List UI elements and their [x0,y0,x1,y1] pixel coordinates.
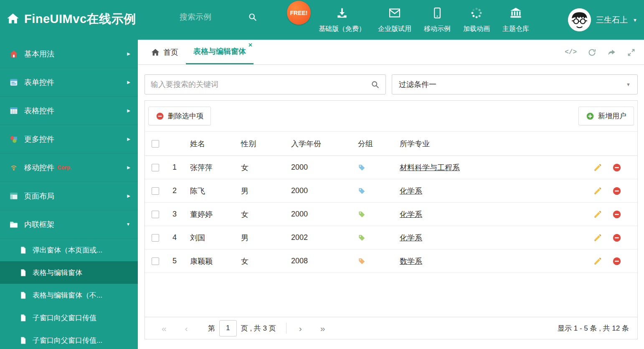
cell-gender: 女 [238,203,288,226]
user-menu[interactable]: 三生石上 ▼ [568,0,637,40]
edit-icon[interactable] [593,163,602,172]
edit-icon[interactable] [593,233,602,242]
tab-grid-edit-window[interactable]: 表格与编辑窗体 × [186,40,254,64]
table-row: 5 康颖颖 女 2008 数学系 [145,250,637,273]
main-content: 首页 表格与编辑窗体 × </> [138,40,644,349]
search-icon[interactable] [371,80,380,89]
nav-item-basic-free[interactable]: 基础版（免费） [312,0,372,40]
sidebar-item-label: 表单控件 [24,77,54,87]
button-label: 新增用户 [598,111,626,121]
keyword-search-input[interactable] [151,80,371,89]
nav-item-loading-anim[interactable]: 加载动画 [457,0,496,40]
major-link[interactable]: 材料科学与工程系 [400,163,460,173]
sidebar-item-iframe[interactable]: 内联框架 ▼ [0,210,138,239]
major-link[interactable]: 化学系 [400,209,422,219]
filter-dropdown-value: 过滤条件一 [399,79,436,89]
cell-year: 2000 [288,156,355,179]
sidebar-subitem-label: 子窗口向父窗口传值... [33,336,102,345]
share-icon[interactable] [607,48,616,57]
nav-label: 主题仓库 [502,25,529,33]
sidebar-subitem-label: 表格与编辑窗体（不... [33,290,102,300]
fullscreen-icon[interactable] [627,48,636,57]
sidebar-subitem-grid-edit-window[interactable]: 表格与编辑窗体 [0,261,138,284]
prev-page-icon[interactable]: ‹ [185,324,188,333]
close-icon[interactable]: × [248,42,252,48]
grid-empty-area [145,273,637,317]
envelope-icon [388,7,401,21]
last-page-icon[interactable]: » [320,324,325,333]
edit-icon[interactable] [593,186,602,196]
sidebar-item-grid-controls[interactable]: 表格控件 ▶ [0,97,138,125]
tab-label: 首页 [163,47,178,57]
nav-item-theme-repo[interactable]: 主题仓库 [496,0,535,40]
app-window: FineUIMvc在线示例 FREE! 基础版（免费） 企业版试用 [0,0,644,349]
edit-icon[interactable] [593,257,602,266]
top-search [180,13,257,22]
pagination-bar: « ‹ 第 页 , 共 3 页 › » 显示 1 - 5 条 , 共 12 条 [145,317,637,339]
bank-icon [510,7,522,21]
cell-name: 董婷婷 [187,203,238,226]
page-icon [19,291,27,299]
delete-row-icon[interactable] [612,233,621,242]
add-user-button[interactable]: 新增用户 [578,107,634,125]
major-link[interactable]: 数学系 [400,256,422,266]
top-nav: 基础版（免费） 企业版试用 移动示例 加载动画 [312,0,535,40]
filter-dropdown[interactable]: 过滤条件一 ▼ [392,74,638,94]
select-all-checkbox[interactable] [152,140,159,148]
page-icon [19,336,27,344]
sidebar-item-page-layout[interactable]: 页面布局 ▶ [0,182,138,210]
brand[interactable]: FineUIMvc在线示例 [7,11,136,28]
widgets-icon [9,135,18,144]
top-search-input[interactable] [180,13,242,22]
refresh-icon[interactable] [588,48,596,57]
sidebar-subitem-child-to-parent-2[interactable]: 子窗口向父窗口传值... [0,329,138,349]
top-header: FineUIMvc在线示例 FREE! 基础版（免费） 企业版试用 [0,0,644,40]
nav-item-enterprise-trial[interactable]: 企业版试用 [372,0,418,40]
delete-row-icon[interactable] [612,186,621,196]
table-icon [9,106,18,115]
view-source-icon[interactable]: </> [565,48,577,56]
major-link[interactable]: 化学系 [400,186,422,196]
delete-row-icon[interactable] [612,210,621,219]
first-page-icon[interactable]: « [162,324,167,333]
delete-selected-button[interactable]: 删除选中项 [148,107,211,125]
tab-home[interactable]: 首页 [144,40,186,64]
row-checkbox[interactable] [152,164,159,171]
sidebar-subitem-label: 表格与编辑窗体 [33,268,82,278]
edit-icon[interactable] [593,210,602,219]
spinner-icon [470,7,483,21]
sidebar-item-label: 更多控件 [24,134,54,144]
row-checkbox[interactable] [152,257,159,265]
sidebar-item-mobile-controls[interactable]: 移动控件 Corp. ▶ [0,153,138,182]
nav-label: 企业版试用 [378,25,411,33]
sidebar-subitem-grid-edit-window-2[interactable]: 表格与编辑窗体（不... [0,284,138,306]
row-checkbox[interactable] [152,234,159,242]
sidebar-item-form-controls[interactable]: 表单控件 ▶ [0,68,138,97]
plus-circle-icon [586,112,594,120]
sidebar-subitem-child-to-parent[interactable]: 子窗口向父窗口传值 [0,306,138,329]
nav-label: 移动示例 [424,25,451,33]
chevron-right-icon: ▶ [127,108,130,113]
sidebar-item-more-controls[interactable]: 更多控件 ▶ [0,125,138,153]
chevron-right-icon: ▶ [127,165,130,170]
nav-item-mobile-demo[interactable]: 移动示例 [418,0,457,40]
delete-row-icon[interactable] [612,257,621,266]
sidebar-subitem-popup-window[interactable]: 弹出窗体（本页面或... [0,239,138,261]
header-year: 入学年份 [288,132,355,155]
tag-icon [358,210,366,218]
sidebar-item-basic-usage[interactable]: 基本用法 ▶ [0,40,138,68]
row-checkbox[interactable] [152,211,159,218]
avatar [568,8,591,31]
grid-toolbar: 删除选中项 新增用户 [145,101,637,132]
row-checkbox[interactable] [152,187,159,195]
table-row: 3 董婷婷 女 2000 化学系 [145,203,637,226]
sidebar-item-label: 内联框架 [24,219,54,229]
delete-row-icon[interactable] [612,163,621,172]
download-icon [336,7,348,21]
chevron-right-icon: ▶ [127,137,130,141]
page-number-input[interactable] [219,320,237,336]
next-page-icon[interactable]: › [299,324,302,333]
cell-name: 刘国 [187,226,238,249]
search-icon[interactable] [248,13,257,22]
major-link[interactable]: 化学系 [400,233,422,243]
